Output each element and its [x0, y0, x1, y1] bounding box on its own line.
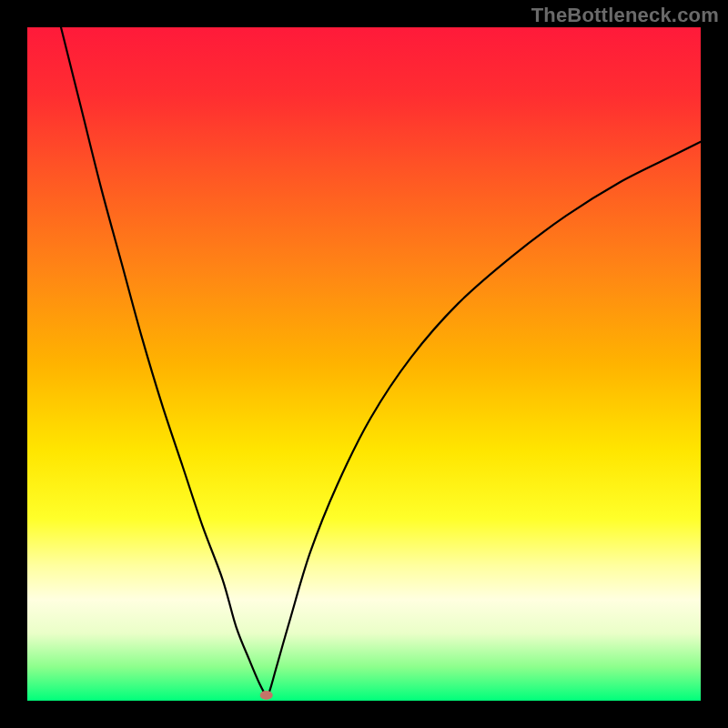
watermark-text: TheBottleneck.com	[531, 4, 719, 27]
gradient-background	[27, 27, 701, 701]
chart-frame: TheBottleneck.com	[0, 0, 728, 728]
plot-svg	[27, 27, 701, 701]
minimum-marker	[260, 691, 273, 700]
plot-area	[27, 27, 701, 701]
